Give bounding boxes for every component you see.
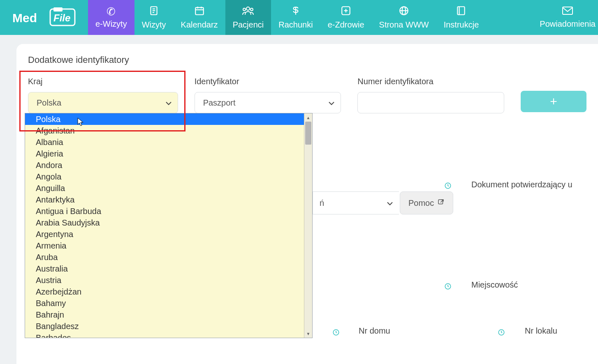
dropdown-option[interactable]: Angola	[25, 171, 304, 182]
phone-icon: ✆	[107, 6, 116, 17]
history-icon[interactable]	[444, 182, 452, 191]
nav-label: Powiadomienia	[540, 19, 596, 29]
chevron-down-icon	[387, 198, 393, 208]
country-select[interactable]: Polska	[28, 92, 178, 113]
history-icon[interactable]	[332, 329, 340, 338]
identifier-select[interactable]: Paszport	[195, 92, 341, 113]
nav-label: Pacjenci	[233, 20, 264, 30]
svg-rect-21	[458, 7, 465, 15]
dollar-icon	[290, 5, 301, 18]
dropdown-option[interactable]: Bangladesz	[25, 320, 304, 332]
clipboard-icon	[148, 5, 159, 18]
plus-box-icon	[341, 5, 351, 18]
dropdown-option[interactable]: Bahamy	[25, 297, 304, 309]
country-group: Kraj Polska	[28, 77, 178, 113]
nav-label: e-Wizyty	[95, 19, 127, 29]
nav-item-powiadomienia[interactable]: Powiadomienia	[532, 0, 598, 35]
nav-label: Instrukcje	[444, 20, 479, 30]
people-icon	[242, 5, 254, 18]
dropdown-option[interactable]: Austria	[25, 274, 304, 286]
section-title: Dodatkowe identyfikatory	[16, 55, 598, 65]
nav-item-pacjenci[interactable]: Pacjenci	[225, 0, 271, 35]
nav-items: ✆ e-Wizyty Wizyty Kalendarz Pacjenci R	[88, 0, 486, 35]
logo[interactable]: Med File	[0, 0, 88, 35]
country-dropdown-list[interactable]: PolskaAfganistanAlbaniaAlgieriaAndoraAng…	[25, 113, 313, 338]
nav-item-kalendarz[interactable]: Kalendarz	[174, 0, 225, 35]
plus-icon: +	[550, 94, 557, 108]
dropdown-option[interactable]: Polska	[25, 113, 304, 125]
dropdown-option[interactable]: Aruba	[25, 251, 304, 263]
help-button[interactable]: Pomoc	[400, 191, 453, 214]
identifier-label: Identyfikator	[195, 77, 341, 86]
svg-rect-25	[438, 200, 443, 204]
nav-item-ezdrowie[interactable]: e-Zdrowie	[320, 0, 372, 35]
dropdown-option[interactable]: Bahrajn	[25, 309, 304, 320]
book-icon	[456, 5, 466, 18]
partial-select[interactable]: ń	[313, 191, 399, 214]
nav-label: Strona WWW	[379, 20, 429, 30]
svg-rect-8	[195, 7, 204, 14]
nav-item-ewizyty[interactable]: ✆ e-Wizyty	[88, 0, 134, 35]
identifier-number-group: Numer identyfikatora	[357, 77, 504, 113]
dropdown-option[interactable]: Anguilla	[25, 182, 304, 194]
logo-icon: Med File	[12, 7, 78, 28]
identifier-group: Identyfikator Paszport	[195, 77, 341, 113]
nav-item-stronawww[interactable]: Strona WWW	[372, 0, 436, 35]
chevron-down-icon	[328, 98, 335, 108]
dropdown-option[interactable]: Afganistan	[25, 125, 304, 136]
dropdown-option[interactable]: Antarktyka	[25, 194, 304, 205]
svg-point-12	[246, 7, 250, 10]
top-nav: Med File ✆ e-Wizyty Wizyty Kalendarz	[0, 0, 598, 35]
city-label: Miejscowość	[471, 280, 518, 290]
identifier-number-label: Numer identyfikatora	[357, 77, 504, 86]
svg-point-13	[243, 8, 246, 11]
history-icon[interactable]	[498, 329, 505, 338]
country-label: Kraj	[28, 77, 178, 86]
chevron-down-icon	[165, 98, 172, 108]
dropdown-option[interactable]: Barbados	[25, 332, 304, 338]
nav-item-instrukcje[interactable]: Instrukcje	[436, 0, 487, 35]
dropdown-option[interactable]: Albania	[25, 136, 304, 148]
calendar-icon	[194, 5, 205, 18]
dropdown-option[interactable]: Argentyna	[25, 228, 304, 240]
dropdown-option[interactable]: Andora	[25, 159, 304, 171]
dropdown-option[interactable]: Azerbejdżan	[25, 286, 304, 297]
dropdown-option[interactable]: Antigua i Barbuda	[25, 205, 304, 217]
help-label: Pomoc	[408, 198, 434, 208]
svg-rect-23	[563, 7, 573, 14]
partial-select-value: ń	[320, 198, 324, 208]
dropdown-scrollbar[interactable]: ▲ ▼	[304, 113, 312, 338]
identifier-number-input[interactable]	[357, 92, 504, 113]
flat-number-label: Nr lokalu	[525, 326, 557, 336]
identifier-value: Paszport	[203, 98, 236, 108]
svg-rect-2	[53, 7, 63, 12]
svg-point-14	[250, 8, 253, 11]
nav-label: e-Zdrowie	[328, 20, 364, 30]
nav-label: Wizyty	[142, 20, 166, 30]
dropdown-option[interactable]: Algieria	[25, 148, 304, 159]
scrollbar-thumb[interactable]	[305, 122, 311, 145]
dropdown-option[interactable]: Australia	[25, 263, 304, 274]
globe-icon	[399, 5, 409, 18]
house-number-label: Nr domu	[359, 326, 390, 336]
dropdown-option[interactable]: Armenia	[25, 240, 304, 251]
scroll-down-icon[interactable]: ▼	[304, 329, 312, 338]
add-identifier-button[interactable]: +	[521, 91, 586, 112]
country-value: Polska	[37, 98, 61, 108]
external-link-icon	[437, 198, 445, 208]
scroll-up-icon[interactable]: ▲	[304, 113, 312, 122]
nav-item-wizyty[interactable]: Wizyty	[134, 0, 174, 35]
document-label: Dokument potwierdzający u	[471, 180, 573, 189]
history-icon[interactable]	[444, 283, 452, 292]
svg-text:Med: Med	[12, 11, 37, 25]
mail-icon	[562, 6, 573, 17]
identifiers-row: Kraj Polska Identyfikator Paszport Numer…	[16, 65, 598, 113]
svg-text:File: File	[53, 12, 70, 23]
nav-label: Kalendarz	[181, 20, 218, 30]
dropdown-option[interactable]: Arabia Saudyjska	[25, 217, 304, 228]
nav-item-rachunki[interactable]: Rachunki	[271, 0, 320, 35]
nav-label: Rachunki	[278, 20, 313, 30]
